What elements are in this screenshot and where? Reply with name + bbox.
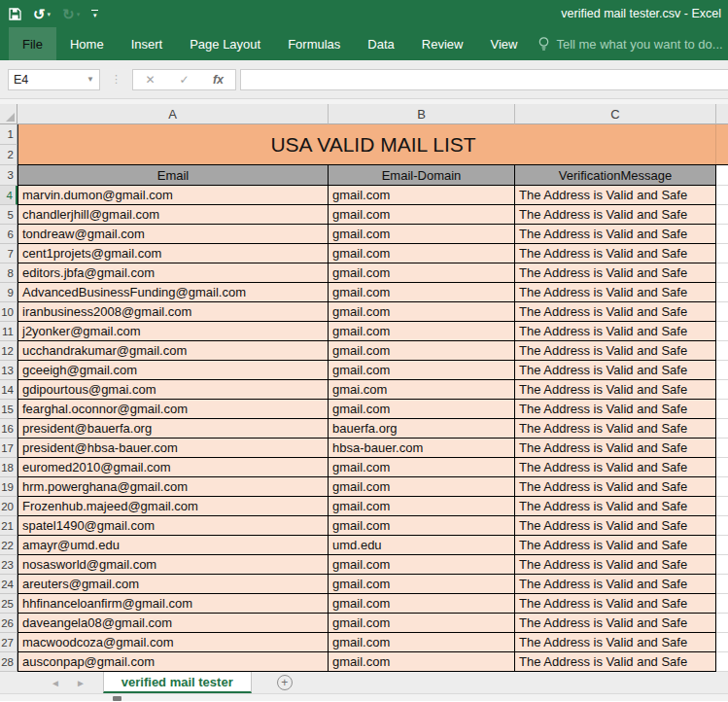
- cell-email[interactable]: gceeigh@gmail.com: [17, 361, 329, 380]
- row-header[interactable]: 9: [0, 283, 17, 302]
- cell-email-domain[interactable]: gmail.com: [329, 477, 515, 497]
- cancel-icon[interactable]: ✕: [133, 73, 167, 87]
- cell-verification-message[interactable]: The Address is Valid and Safe: [515, 575, 716, 594]
- cell-email[interactable]: iranbusiness2008@gmail.com: [17, 302, 329, 322]
- cell-email[interactable]: j2yonker@gmail.com: [17, 322, 329, 341]
- cell-email-domain[interactable]: gmail.com: [329, 555, 515, 575]
- cell-email[interactable]: fearghal.oconnor@gmail.com: [17, 400, 329, 419]
- cell-verification-message[interactable]: The Address is Valid and Safe: [515, 263, 716, 283]
- cell-email-domain[interactable]: gmail.com: [329, 652, 515, 672]
- cell-verification-message[interactable]: The Address is Valid and Safe: [515, 361, 716, 380]
- cell-email-domain[interactable]: gmail.com: [329, 283, 515, 302]
- cell-verification-message[interactable]: The Address is Valid and Safe: [515, 205, 716, 225]
- cell-email-domain[interactable]: gmail.com: [329, 244, 515, 263]
- row-header[interactable]: 21: [0, 516, 17, 536]
- cell-email-domain[interactable]: gmail.com: [329, 614, 515, 633]
- column-header-b[interactable]: B: [329, 104, 515, 124]
- cell-verification-message[interactable]: The Address is Valid and Safe: [515, 477, 716, 497]
- cell-verification-message[interactable]: The Address is Valid and Safe: [515, 302, 716, 322]
- cell-verification-message[interactable]: The Address is Valid and Safe: [515, 614, 716, 633]
- cell-email[interactable]: chandlerjhill@gmail.com: [17, 205, 329, 225]
- table-header-msg[interactable]: VerificationMessage: [515, 165, 716, 186]
- cell-verification-message[interactable]: The Address is Valid and Safe: [515, 633, 716, 652]
- cell-email-domain[interactable]: gmail.com: [329, 205, 515, 225]
- cell-email[interactable]: president@bauerfa.org: [17, 419, 329, 439]
- new-sheet-button[interactable]: +: [277, 675, 293, 690]
- cell-email-domain[interactable]: gmail.com: [329, 594, 515, 614]
- cell-email[interactable]: cent1projets@gmail.com: [17, 244, 329, 263]
- cell-verification-message[interactable]: The Address is Valid and Safe: [515, 536, 716, 555]
- undo-dropdown-icon[interactable]: ▾: [48, 11, 52, 18]
- cell-email[interactable]: amayr@umd.edu: [17, 536, 329, 555]
- cell-email-domain[interactable]: gmail.com: [329, 497, 515, 516]
- cell-verification-message[interactable]: The Address is Valid and Safe: [515, 225, 716, 244]
- cell-email-domain[interactable]: gmail.com: [329, 400, 515, 419]
- row-header[interactable]: 13: [0, 361, 17, 380]
- row-header[interactable]: 22: [0, 536, 17, 555]
- cell-verification-message[interactable]: The Address is Valid and Safe: [515, 439, 716, 458]
- cell-verification-message[interactable]: The Address is Valid and Safe: [515, 341, 716, 361]
- cell-email[interactable]: macwoodcoza@gmail.com: [17, 633, 329, 652]
- row-header[interactable]: 16: [0, 419, 17, 439]
- next-sheet-icon[interactable]: ►: [76, 678, 86, 688]
- select-all-corner[interactable]: [0, 104, 17, 124]
- cell-email[interactable]: editors.jbfa@gmail.com: [17, 263, 329, 283]
- cell-verification-message[interactable]: The Address is Valid and Safe: [515, 322, 716, 341]
- cell-email-domain[interactable]: gmail.com: [329, 633, 515, 652]
- undo-button[interactable]: ↺▾: [33, 7, 51, 21]
- insert-function-icon[interactable]: fx: [201, 73, 235, 87]
- cell-verification-message[interactable]: The Address is Valid and Safe: [515, 594, 716, 614]
- enter-icon[interactable]: ✓: [167, 73, 201, 87]
- cell-email-domain[interactable]: gmail.com: [329, 186, 515, 205]
- cell-email-domain[interactable]: gmail.com: [329, 361, 515, 380]
- cell-verification-message[interactable]: The Address is Valid and Safe: [515, 380, 716, 400]
- ribbon-tab-view[interactable]: View: [476, 27, 531, 60]
- table-header-email[interactable]: Email: [17, 165, 329, 186]
- ribbon-tab-review[interactable]: Review: [408, 27, 477, 60]
- cell-email-domain[interactable]: gmail.com: [329, 302, 515, 322]
- row-header[interactable]: 17: [0, 439, 17, 458]
- row-header[interactable]: 3: [0, 165, 17, 186]
- row-header[interactable]: 7: [0, 244, 17, 263]
- row-header[interactable]: 24: [0, 575, 17, 594]
- ribbon-tab-data[interactable]: Data: [354, 27, 407, 60]
- row-header[interactable]: 20: [0, 497, 17, 516]
- cell-email[interactable]: Frozenhub.majeed@gmail.com: [17, 497, 329, 516]
- cell-email-domain[interactable]: gmail.com: [329, 575, 515, 594]
- cell-email[interactable]: nosasworld@gmail.com: [17, 555, 329, 575]
- row-header[interactable]: 6: [0, 225, 17, 244]
- cell-verification-message[interactable]: The Address is Valid and Safe: [515, 652, 716, 672]
- row-header[interactable]: 12: [0, 341, 17, 361]
- sheet-tab-verified-mail-tester[interactable]: verified mail tester: [103, 672, 252, 693]
- cell-email-domain[interactable]: gmail.com: [329, 263, 515, 283]
- ribbon-tab-home[interactable]: Home: [56, 27, 118, 60]
- column-header-a[interactable]: A: [17, 104, 329, 124]
- row-header[interactable]: 1: [0, 124, 17, 145]
- row-header[interactable]: 14: [0, 380, 17, 400]
- cell-email-domain[interactable]: gmail.com: [329, 341, 515, 361]
- row-header[interactable]: 19: [0, 477, 17, 497]
- cell-email[interactable]: daveangela08@gmail.com: [17, 614, 329, 633]
- formula-input[interactable]: [240, 69, 728, 90]
- customize-quick-access-toolbar-icon[interactable]: ▾: [91, 10, 98, 18]
- cell-email[interactable]: ausconpap@gmail.com: [17, 652, 329, 672]
- cell-verification-message[interactable]: The Address is Valid and Safe: [515, 458, 716, 477]
- cell-verification-message[interactable]: The Address is Valid and Safe: [515, 497, 716, 516]
- cell-email-domain[interactable]: hbsa-bauer.com: [329, 439, 515, 458]
- column-header-c[interactable]: C: [515, 104, 716, 124]
- cell-email-domain[interactable]: gmai.com: [329, 380, 515, 400]
- title-banner-cell[interactable]: USA VALID MAIL LIST: [17, 124, 728, 165]
- cell-email-domain[interactable]: gmail.com: [329, 458, 515, 477]
- name-box-dropdown-icon[interactable]: ▼: [87, 75, 94, 84]
- cell-email-domain[interactable]: gmail.com: [329, 225, 515, 244]
- cell-email[interactable]: AdvancedBusinessFunding@gmail.com: [17, 283, 329, 302]
- row-header[interactable]: 25: [0, 594, 17, 614]
- row-header[interactable]: 8: [0, 263, 17, 283]
- previous-sheet-icon[interactable]: ◄: [51, 678, 60, 688]
- row-header[interactable]: 5: [0, 205, 17, 225]
- ribbon-tab-formulas[interactable]: Formulas: [274, 27, 354, 60]
- cell-email-domain[interactable]: bauerfa.org: [329, 419, 515, 439]
- cell-verification-message[interactable]: The Address is Valid and Safe: [515, 400, 716, 419]
- ribbon-tab-file[interactable]: File: [9, 27, 56, 60]
- cell-verification-message[interactable]: The Address is Valid and Safe: [515, 419, 716, 439]
